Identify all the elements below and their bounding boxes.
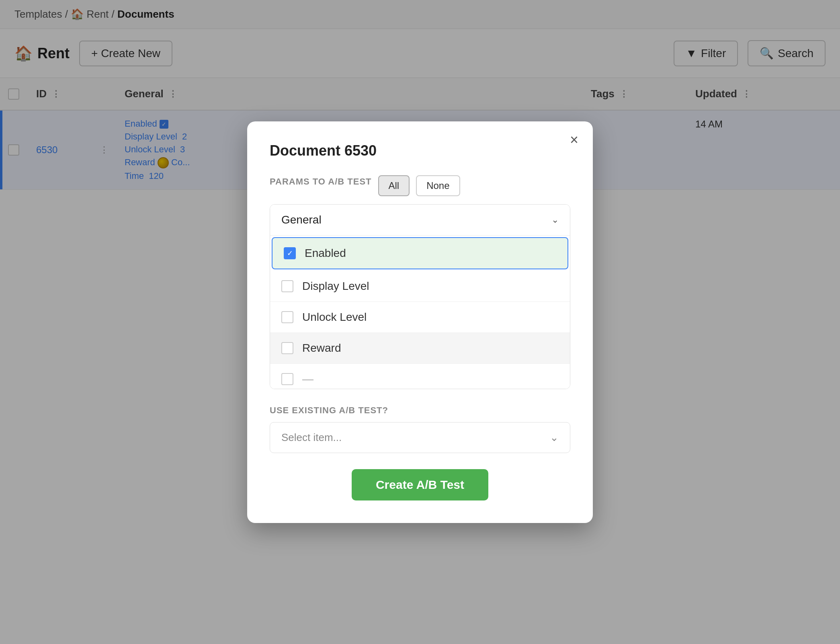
param-item-display-level[interactable]: Display Level	[270, 271, 570, 302]
params-header: PARAMS TO A/B TEST All None	[270, 175, 570, 196]
param-checkbox-display-level[interactable]	[281, 280, 293, 292]
param-item-reward[interactable]: Reward	[270, 333, 570, 364]
param-checkbox-reward[interactable]	[281, 342, 293, 354]
params-dropdown-container: General ⌄ ✓ Enabled Display Level Unlock…	[270, 204, 570, 389]
param-checkbox-time[interactable]	[281, 373, 293, 385]
params-section-label: PARAMS TO A/B TEST	[270, 176, 372, 187]
dropdown-label: General	[281, 213, 322, 226]
page: Templates / 🏠 Rent / Documents 🏠 Rent + …	[0, 0, 840, 644]
chevron-down-icon: ⌄	[551, 215, 559, 225]
param-label-time: —	[302, 373, 313, 386]
param-label-unlock-level: Unlock Level	[302, 311, 367, 324]
select-placeholder: Select item...	[281, 431, 342, 444]
param-checkbox-unlock-level[interactable]	[281, 311, 293, 323]
dropdown-arrow-icon: ⌄	[550, 431, 559, 444]
param-label-display-level: Display Level	[302, 280, 369, 293]
all-button[interactable]: All	[378, 175, 410, 196]
param-label-enabled: Enabled	[305, 247, 346, 260]
param-item-unlock-level[interactable]: Unlock Level	[270, 302, 570, 333]
select-item-dropdown[interactable]: Select item... ⌄	[270, 422, 570, 453]
dropdown-header[interactable]: General ⌄	[270, 205, 570, 236]
modal-title: Document 6530	[270, 142, 570, 159]
param-item-enabled[interactable]: ✓ Enabled	[272, 237, 568, 269]
param-label-reward: Reward	[302, 342, 341, 355]
modal: × Document 6530 PARAMS TO A/B TEST All N…	[247, 121, 593, 523]
modal-overlay: × Document 6530 PARAMS TO A/B TEST All N…	[0, 0, 840, 644]
existing-section-label: USE EXISTING A/B TEST?	[270, 405, 570, 416]
create-ab-test-button[interactable]: Create A/B Test	[352, 469, 488, 500]
param-item-time[interactable]: —	[270, 364, 570, 389]
param-checkbox-enabled[interactable]: ✓	[284, 247, 296, 259]
modal-close-button[interactable]: ×	[570, 133, 578, 147]
none-button[interactable]: None	[416, 175, 460, 196]
